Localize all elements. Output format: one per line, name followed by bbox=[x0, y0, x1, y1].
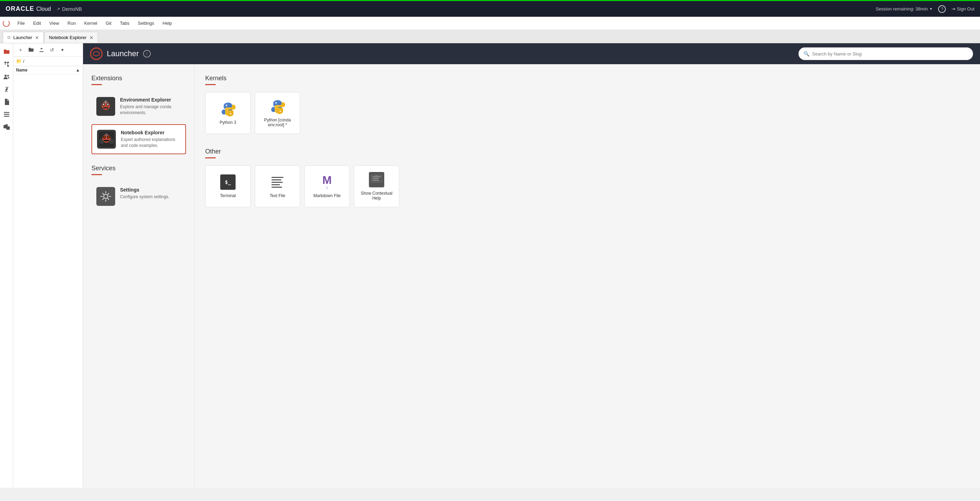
menu-kernel[interactable]: Kernel bbox=[81, 19, 101, 27]
launcher-tab-icon: ⊡ bbox=[7, 35, 11, 40]
textfile-icon bbox=[270, 175, 285, 190]
svg-rect-30 bbox=[106, 135, 107, 137]
sidebar-item-extensions[interactable] bbox=[1, 121, 12, 133]
tab-launcher-label: Launcher bbox=[13, 35, 32, 40]
tab-launcher[interactable]: ⊡ Launcher ✕ bbox=[3, 32, 44, 43]
svg-point-32 bbox=[100, 140, 103, 142]
launcher-title-text: Launcher bbox=[107, 49, 139, 58]
sort-icon: ▲ bbox=[76, 68, 80, 73]
search-icon: 🔍 bbox=[803, 51, 809, 57]
contextual-help-label: Show Contextual Help bbox=[358, 191, 395, 200]
folder-icon: 📁 bbox=[16, 59, 22, 64]
svg-point-18 bbox=[107, 103, 108, 105]
session-chevron-icon[interactable]: ▼ bbox=[929, 7, 933, 11]
menu-file[interactable]: File bbox=[14, 19, 28, 27]
file-path-label: / bbox=[23, 59, 24, 64]
search-bar: 🔍 bbox=[799, 48, 973, 60]
extension-card-notebook-explorer[interactable]: Notebook Explorer Expert authored explan… bbox=[91, 124, 186, 154]
sidebar-item-list[interactable] bbox=[1, 109, 12, 120]
help-button[interactable]: ? bbox=[938, 5, 946, 13]
settings-desc: Configure system settings. bbox=[120, 194, 181, 200]
svg-point-27 bbox=[108, 137, 109, 138]
svg-rect-8 bbox=[4, 116, 10, 117]
svg-point-0 bbox=[4, 62, 6, 64]
file-name-label: Name bbox=[16, 68, 27, 73]
svg-rect-6 bbox=[4, 112, 10, 113]
menu-run[interactable]: Run bbox=[64, 19, 79, 27]
info-icon[interactable]: i bbox=[143, 50, 151, 57]
svg-rect-43 bbox=[372, 178, 379, 179]
env-explorer-name: Environment Explorer bbox=[120, 97, 181, 103]
kernels-section: Kernels bbox=[205, 75, 969, 134]
oracle-bar-right: Session remaining: 38min ▼ ? ⇥ Sign Out bbox=[876, 5, 974, 13]
svg-rect-7 bbox=[4, 114, 10, 115]
upload-button[interactable] bbox=[37, 45, 46, 54]
other-card-contextual-help[interactable]: Show Contextual Help bbox=[354, 165, 399, 207]
main-layout: + ↺ ✦ 📁 / Name ▲ Launcher bbox=[0, 43, 980, 488]
new-folder-button[interactable] bbox=[27, 45, 36, 54]
svg-point-3 bbox=[5, 75, 6, 77]
other-card-text-file[interactable]: Text File bbox=[255, 165, 300, 207]
svg-rect-11 bbox=[6, 124, 8, 126]
tab-launcher-close[interactable]: ✕ bbox=[35, 35, 39, 40]
file-panel: + ↺ ✦ 📁 / Name ▲ bbox=[13, 43, 83, 488]
svg-rect-19 bbox=[103, 107, 108, 108]
menu-tabs[interactable]: Tabs bbox=[116, 19, 133, 27]
tab-notebook-close[interactable]: ✕ bbox=[89, 35, 94, 40]
sidebar-item-settings[interactable] bbox=[1, 84, 12, 95]
svg-rect-35 bbox=[98, 189, 113, 204]
refresh-button[interactable]: ↺ bbox=[48, 45, 57, 54]
git-button[interactable]: ✦ bbox=[58, 45, 67, 54]
sidebar-item-folder[interactable] bbox=[1, 46, 12, 57]
other-underline bbox=[205, 157, 216, 158]
svg-rect-45 bbox=[375, 175, 378, 176]
other-card-markdown-file[interactable]: M ↓ Markdown File bbox=[304, 165, 350, 207]
sidebar-item-users[interactable] bbox=[1, 71, 12, 82]
svg-rect-10 bbox=[6, 126, 10, 130]
menu-edit[interactable]: Edit bbox=[30, 19, 45, 27]
env-explorer-desc: Explore and manage conda environments. bbox=[120, 104, 181, 116]
menu-settings[interactable]: Settings bbox=[134, 19, 158, 27]
settings-info: Settings Configure system settings. bbox=[120, 187, 181, 200]
services-card-settings[interactable]: Settings Configure system settings. bbox=[91, 182, 186, 211]
kernel-card-python-conda[interactable]: Python [conda env:root] * bbox=[255, 92, 300, 134]
oracle-ring-icon bbox=[93, 51, 100, 56]
extensions-underline bbox=[91, 84, 102, 85]
sign-out-button[interactable]: ⇥ Sign Out bbox=[951, 6, 974, 11]
kernel-python3-label: Python 3 bbox=[220, 120, 236, 125]
new-file-button[interactable]: + bbox=[16, 45, 25, 54]
extension-card-env-explorer[interactable]: Environment Explorer Explore and manage … bbox=[91, 92, 186, 121]
demo-nb-link[interactable]: ↗ DemoNB bbox=[57, 6, 82, 12]
env-explorer-info: Environment Explorer Explore and manage … bbox=[120, 97, 181, 116]
svg-rect-42 bbox=[372, 177, 381, 177]
extensions-section-title: Extensions bbox=[91, 75, 186, 82]
text-file-label: Text File bbox=[270, 193, 285, 198]
notebook-explorer-info: Notebook Explorer Expert authored explan… bbox=[121, 130, 180, 149]
svg-point-17 bbox=[103, 103, 104, 105]
settings-name: Settings bbox=[120, 187, 181, 192]
services-underline bbox=[91, 174, 102, 175]
file-name-header[interactable]: Name ▲ bbox=[13, 66, 83, 74]
svg-point-26 bbox=[103, 137, 105, 138]
env-explorer-icon bbox=[96, 97, 115, 116]
other-section-title: Other bbox=[205, 148, 969, 155]
sidebar-item-file[interactable] bbox=[1, 96, 12, 107]
terminal-label: Terminal bbox=[220, 193, 235, 198]
session-info: Session remaining: 38min ▼ bbox=[876, 6, 932, 11]
tab-notebook-label: Notebook Explorer bbox=[49, 35, 87, 40]
python3-icon bbox=[220, 101, 235, 116]
tab-notebook-explorer[interactable]: Notebook Explorer ✕ bbox=[45, 32, 98, 43]
menu-help[interactable]: Help bbox=[159, 19, 175, 27]
menu-git[interactable]: Git bbox=[102, 19, 115, 27]
notebook-explorer-desc: Expert authored explanations and code ex… bbox=[121, 137, 180, 149]
svg-point-4 bbox=[7, 75, 9, 77]
other-card-terminal[interactable]: $_ Terminal bbox=[205, 165, 251, 207]
content-area: Launcher i 🔍 Extensions bbox=[83, 43, 980, 488]
kernel-card-python3[interactable]: Python 3 bbox=[205, 92, 251, 134]
kernels-panel: Kernels bbox=[195, 64, 980, 488]
menu-view[interactable]: View bbox=[46, 19, 62, 27]
search-input[interactable] bbox=[812, 51, 968, 57]
svg-rect-44 bbox=[372, 180, 379, 181]
svg-point-1 bbox=[7, 65, 9, 67]
sidebar-item-git[interactable] bbox=[1, 59, 12, 70]
